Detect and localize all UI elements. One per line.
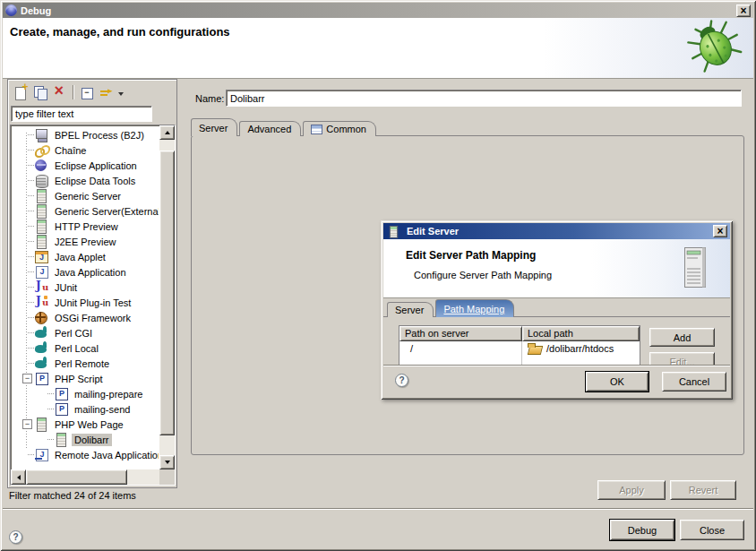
tree-indent [12, 310, 34, 325]
tree-item-label: Chaîne [52, 144, 89, 157]
dialog-tab-server[interactable]: Server [387, 302, 434, 317]
tree-vertical-scrollbar[interactable] [159, 125, 175, 469]
horizontal-scroll-thumb[interactable] [26, 469, 127, 485]
filter-input[interactable] [11, 106, 152, 122]
tree-item-label: PHP Web Page [52, 418, 126, 431]
tree-item-label: Generic Server [52, 190, 124, 202]
tree-item-label: mailing-send [72, 403, 133, 416]
tree-item-label: Remote Java Application [52, 449, 159, 461]
help-icon[interactable] [9, 530, 22, 544]
dialog-close-button[interactable]: × [713, 225, 727, 237]
ok-button[interactable]: OK [586, 372, 649, 392]
tree-item-label: Perl CGI [52, 327, 95, 340]
tree-rows: BPEL Process (B2J)ChaîneEclipse Applicat… [12, 127, 159, 462]
new-config-button[interactable] [11, 83, 30, 101]
tree-item-j2ee-preview[interactable]: J2EE Preview [12, 234, 159, 249]
tree-item-remote-java-application[interactable]: Remote Java Application [12, 447, 159, 462]
collapse-expander-icon[interactable]: − [22, 419, 32, 429]
apply-button[interactable]: Apply [597, 480, 666, 500]
path-mapping-row[interactable]: //dolibarr/htdocs [399, 341, 640, 356]
delete-config-icon [53, 85, 68, 99]
scroll-left-button[interactable] [11, 469, 26, 485]
php-icon [34, 372, 49, 385]
tree-indent [12, 432, 54, 447]
tree-item-dolibarr[interactable]: Dolibarr [12, 432, 159, 447]
toolbar-dropdown-caret-icon[interactable] [118, 92, 124, 99]
scroll-down-button[interactable] [159, 455, 175, 469]
tab-advanced[interactable]: Advanced [239, 121, 301, 136]
collapse-expander-icon[interactable]: − [22, 374, 32, 383]
new-config-icon [13, 85, 29, 99]
tree-indent [12, 340, 34, 356]
window-title: Debug [21, 5, 51, 16]
server-icon [34, 418, 49, 431]
tree-item-mailing-prepare[interactable]: mailing-prepare [12, 386, 159, 401]
local-path-cell: /dolibarr/htdocs [522, 343, 640, 354]
name-input[interactable] [226, 90, 742, 107]
tab-label: Server [395, 305, 424, 315]
tree-item-eclipse-application[interactable]: Eclipse Application [12, 158, 159, 173]
tree-item-label: Perl Remote [52, 357, 112, 370]
tree-indent [12, 280, 34, 295]
tree-item-mailing-send[interactable]: mailing-send [12, 401, 159, 417]
tree-item-cha-ne[interactable]: Chaîne [12, 142, 159, 158]
cancel-button[interactable]: Cancel [662, 372, 726, 392]
tree-item-java-application[interactable]: Java Application [12, 264, 159, 280]
column-header-path-on-server[interactable]: Path on server [399, 326, 522, 341]
tree-item-label: JUnit Plug-in Test [52, 297, 133, 309]
dialog-titlebar[interactable]: Edit Server × [383, 223, 730, 239]
tab-label: Advanced [247, 124, 291, 134]
column-header-local-path[interactable]: Local path [522, 326, 640, 341]
tree-item-perl-local[interactable]: Perl Local [12, 340, 159, 356]
tree-horizontal-scrollbar[interactable] [11, 469, 175, 485]
tree-indent [12, 127, 34, 142]
tree-item-junit-plug-in-test[interactable]: JUnit Plug-in Test [12, 295, 159, 310]
tree-item-bpel-process-b2j[interactable]: BPEL Process (B2J) [12, 127, 159, 142]
add-mapping-button[interactable]: Add [649, 328, 715, 347]
tree-item-http-preview[interactable]: HTTP Preview [12, 219, 159, 234]
tree-item-junit[interactable]: JUnit [12, 280, 159, 295]
revert-button[interactable]: Revert [670, 480, 736, 500]
debug-button[interactable]: Debug [610, 520, 674, 540]
tree-item-label: Dolibarr [72, 434, 112, 446]
tree-item-php-web-page[interactable]: −PHP Web Page [12, 417, 159, 432]
filter-button[interactable] [97, 83, 116, 101]
bpel-process-icon [34, 128, 49, 142]
tree-item-generic-server-external-la[interactable]: Generic Server(External La [12, 203, 159, 219]
tree-item-label: BPEL Process (B2J) [52, 129, 147, 142]
tab-common[interactable]: Common [303, 121, 376, 136]
dialog-banner: Edit Server Path Mapping Configure Serve… [383, 239, 730, 298]
tree-item-label: Java Application [52, 266, 129, 279]
tree-item-label: PHP Script [52, 373, 106, 385]
duplicate-config-button[interactable] [30, 83, 50, 101]
tree-indent [12, 203, 34, 219]
dialog-help-icon[interactable] [395, 374, 408, 387]
tree-indent [12, 386, 54, 401]
perl-icon [34, 326, 49, 340]
php-icon [54, 402, 69, 416]
scroll-up-button[interactable] [159, 125, 175, 140]
vertical-scroll-thumb[interactable] [159, 151, 175, 435]
tab-server[interactable]: Server [191, 118, 237, 136]
window-close-button[interactable]: × [736, 4, 751, 17]
tree-item-perl-cgi[interactable]: Perl CGI [12, 325, 159, 340]
tree-item-eclipse-data-tools[interactable]: Eclipse Data Tools [12, 173, 159, 188]
delete-config-button[interactable] [50, 83, 70, 101]
tree-indent [12, 173, 34, 188]
close-button[interactable]: Close [680, 520, 744, 540]
collapse-all-button[interactable] [77, 83, 97, 101]
tree-item-osgi-framework[interactable]: OSGi Framework [12, 310, 159, 325]
tree-item-php-script[interactable]: −PHP Script [12, 371, 159, 386]
duplicate-config-icon [33, 85, 48, 99]
tree-item-java-applet[interactable]: Java Applet [12, 249, 159, 264]
tree-item-generic-server[interactable]: Generic Server [12, 188, 159, 203]
perl-icon [34, 357, 49, 370]
tree-item-perl-remote[interactable]: Perl Remote [12, 356, 159, 371]
edit-mapping-button[interactable]: Edit... [649, 352, 715, 365]
eclipse-application-icon [34, 159, 49, 172]
dialog-tab-path-mapping[interactable]: Path Mapping [435, 299, 514, 317]
tree-item-label: JUnit [52, 281, 80, 294]
name-label: Name: [195, 93, 224, 104]
edit-server-dialog: Edit Server × Edit Server Path Mapping C… [381, 220, 733, 400]
window-titlebar[interactable]: Debug × [3, 3, 753, 18]
